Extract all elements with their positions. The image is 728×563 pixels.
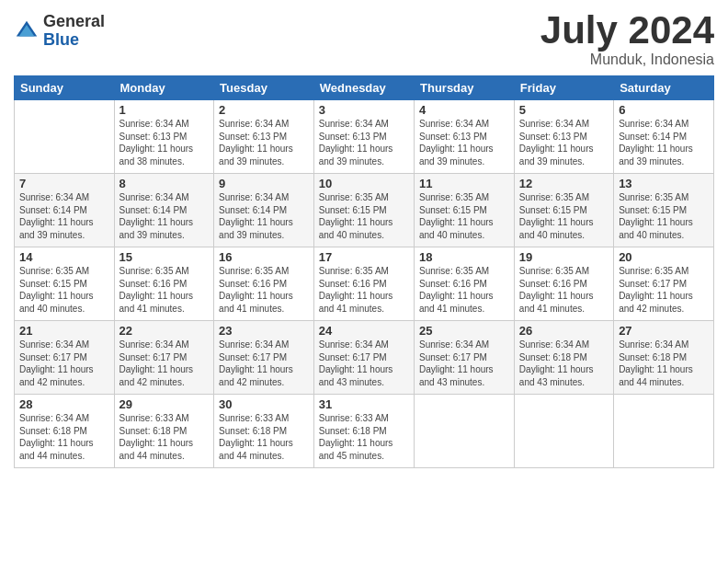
day-number: 28 <box>19 397 109 411</box>
calendar-week-4: 21Sunrise: 6:34 AM Sunset: 6:17 PM Dayli… <box>15 321 714 395</box>
logo-icon <box>14 18 40 44</box>
day-number: 8 <box>119 177 210 190</box>
calendar-cell: 21Sunrise: 6:34 AM Sunset: 6:17 PM Dayli… <box>15 321 115 395</box>
cell-info: Sunrise: 6:35 AM Sunset: 6:15 PM Dayligh… <box>519 191 609 241</box>
page: General Blue July 2024 Munduk, Indonesia… <box>0 0 728 563</box>
day-header-friday: Friday <box>514 76 613 100</box>
calendar-cell: 5Sunrise: 6:34 AM Sunset: 6:13 PM Daylig… <box>514 100 613 174</box>
cell-info: Sunrise: 6:34 AM Sunset: 6:17 PM Dayligh… <box>19 339 109 388</box>
cell-info: Sunrise: 6:35 AM Sunset: 6:16 PM Dayligh… <box>119 265 210 315</box>
day-number: 24 <box>319 324 409 338</box>
cell-info: Sunrise: 6:35 AM Sunset: 6:15 PM Dayligh… <box>419 191 509 241</box>
day-header-thursday: Thursday <box>415 76 515 100</box>
calendar-week-1: 1Sunrise: 6:34 AM Sunset: 6:13 PM Daylig… <box>15 100 714 174</box>
day-number: 25 <box>419 324 509 338</box>
calendar-cell <box>415 395 515 468</box>
cell-info: Sunrise: 6:34 AM Sunset: 6:17 PM Dayligh… <box>319 339 409 388</box>
day-number: 3 <box>319 103 409 117</box>
day-number: 27 <box>619 324 709 338</box>
calendar-cell: 14Sunrise: 6:35 AM Sunset: 6:15 PM Dayli… <box>15 247 115 321</box>
cell-info: Sunrise: 6:34 AM Sunset: 6:18 PM Dayligh… <box>519 339 609 388</box>
cell-info: Sunrise: 6:33 AM Sunset: 6:18 PM Dayligh… <box>319 412 409 462</box>
day-number: 22 <box>119 324 210 338</box>
cell-info: Sunrise: 6:34 AM Sunset: 6:13 PM Dayligh… <box>219 118 309 167</box>
cell-info: Sunrise: 6:35 AM Sunset: 6:16 PM Dayligh… <box>519 265 609 315</box>
calendar-cell: 17Sunrise: 6:35 AM Sunset: 6:16 PM Dayli… <box>313 247 414 321</box>
calendar-cell: 29Sunrise: 6:33 AM Sunset: 6:18 PM Dayli… <box>114 395 214 468</box>
day-number: 2 <box>219 103 309 117</box>
day-number: 11 <box>419 177 509 190</box>
cell-info: Sunrise: 6:34 AM Sunset: 6:14 PM Dayligh… <box>19 191 109 241</box>
calendar-cell: 30Sunrise: 6:33 AM Sunset: 6:18 PM Dayli… <box>214 395 314 468</box>
day-number: 23 <box>219 324 309 338</box>
day-number: 15 <box>119 250 210 264</box>
calendar-week-5: 28Sunrise: 6:34 AM Sunset: 6:18 PM Dayli… <box>15 395 714 468</box>
logo-general-text: General <box>43 13 105 31</box>
cell-info: Sunrise: 6:34 AM Sunset: 6:17 PM Dayligh… <box>119 339 210 388</box>
location: Munduk, Indonesia <box>540 52 714 68</box>
day-number: 13 <box>619 177 709 190</box>
calendar-table: SundayMondayTuesdayWednesdayThursdayFrid… <box>14 75 714 468</box>
calendar-cell: 16Sunrise: 6:35 AM Sunset: 6:16 PM Dayli… <box>214 247 314 321</box>
cell-info: Sunrise: 6:34 AM Sunset: 6:18 PM Dayligh… <box>619 339 709 388</box>
day-number: 30 <box>219 397 309 411</box>
cell-info: Sunrise: 6:34 AM Sunset: 6:17 PM Dayligh… <box>419 339 509 388</box>
calendar-cell: 4Sunrise: 6:34 AM Sunset: 6:13 PM Daylig… <box>415 100 515 174</box>
calendar-cell <box>514 395 613 468</box>
header: General Blue July 2024 Munduk, Indonesia <box>14 9 714 68</box>
calendar-cell: 3Sunrise: 6:34 AM Sunset: 6:13 PM Daylig… <box>313 100 414 174</box>
day-number: 17 <box>319 250 409 264</box>
day-header-wednesday: Wednesday <box>313 76 414 100</box>
day-number: 18 <box>419 250 509 264</box>
cell-info: Sunrise: 6:33 AM Sunset: 6:18 PM Dayligh… <box>219 412 309 462</box>
calendar-cell: 10Sunrise: 6:35 AM Sunset: 6:15 PM Dayli… <box>313 174 414 247</box>
calendar-cell <box>15 100 115 174</box>
calendar-cell: 23Sunrise: 6:34 AM Sunset: 6:17 PM Dayli… <box>214 321 314 395</box>
cell-info: Sunrise: 6:34 AM Sunset: 6:13 PM Dayligh… <box>519 118 609 167</box>
cell-info: Sunrise: 6:35 AM Sunset: 6:16 PM Dayligh… <box>219 265 309 315</box>
calendar-cell: 26Sunrise: 6:34 AM Sunset: 6:18 PM Dayli… <box>514 321 613 395</box>
calendar-cell: 9Sunrise: 6:34 AM Sunset: 6:14 PM Daylig… <box>214 174 314 247</box>
calendar-cell: 12Sunrise: 6:35 AM Sunset: 6:15 PM Dayli… <box>514 174 613 247</box>
calendar-cell: 18Sunrise: 6:35 AM Sunset: 6:16 PM Dayli… <box>415 247 515 321</box>
logo: General Blue <box>14 13 105 50</box>
day-number: 21 <box>19 324 109 338</box>
day-number: 31 <box>319 397 409 411</box>
day-header-tuesday: Tuesday <box>214 76 314 100</box>
day-number: 19 <box>519 250 609 264</box>
calendar-cell: 11Sunrise: 6:35 AM Sunset: 6:15 PM Dayli… <box>415 174 515 247</box>
day-header-monday: Monday <box>114 76 214 100</box>
calendar-cell: 2Sunrise: 6:34 AM Sunset: 6:13 PM Daylig… <box>214 100 314 174</box>
calendar-cell: 6Sunrise: 6:34 AM Sunset: 6:14 PM Daylig… <box>614 100 714 174</box>
cell-info: Sunrise: 6:35 AM Sunset: 6:17 PM Dayligh… <box>619 265 709 315</box>
cell-info: Sunrise: 6:34 AM Sunset: 6:13 PM Dayligh… <box>119 118 210 167</box>
calendar-cell: 19Sunrise: 6:35 AM Sunset: 6:16 PM Dayli… <box>514 247 613 321</box>
logo-blue-text: Blue <box>43 31 105 50</box>
calendar-cell: 24Sunrise: 6:34 AM Sunset: 6:17 PM Dayli… <box>313 321 414 395</box>
cell-info: Sunrise: 6:34 AM Sunset: 6:14 PM Dayligh… <box>119 191 210 241</box>
day-number: 9 <box>219 177 309 190</box>
calendar-cell: 22Sunrise: 6:34 AM Sunset: 6:17 PM Dayli… <box>114 321 214 395</box>
day-header-sunday: Sunday <box>15 76 115 100</box>
calendar-cell: 15Sunrise: 6:35 AM Sunset: 6:16 PM Dayli… <box>114 247 214 321</box>
cell-info: Sunrise: 6:35 AM Sunset: 6:15 PM Dayligh… <box>319 191 409 241</box>
calendar-week-3: 14Sunrise: 6:35 AM Sunset: 6:15 PM Dayli… <box>15 247 714 321</box>
day-number: 26 <box>519 324 609 338</box>
cell-info: Sunrise: 6:35 AM Sunset: 6:16 PM Dayligh… <box>319 265 409 315</box>
day-number: 4 <box>419 103 509 117</box>
day-number: 29 <box>119 397 210 411</box>
day-number: 5 <box>519 103 609 117</box>
day-number: 12 <box>519 177 609 190</box>
cell-info: Sunrise: 6:34 AM Sunset: 6:14 PM Dayligh… <box>219 191 309 241</box>
day-number: 7 <box>19 177 109 190</box>
calendar-cell <box>614 395 714 468</box>
cell-info: Sunrise: 6:34 AM Sunset: 6:14 PM Dayligh… <box>619 118 709 167</box>
cell-info: Sunrise: 6:35 AM Sunset: 6:16 PM Dayligh… <box>419 265 509 315</box>
calendar-header-row: SundayMondayTuesdayWednesdayThursdayFrid… <box>15 76 714 100</box>
day-number: 16 <box>219 250 309 264</box>
calendar-cell: 25Sunrise: 6:34 AM Sunset: 6:17 PM Dayli… <box>415 321 515 395</box>
calendar-cell: 13Sunrise: 6:35 AM Sunset: 6:15 PM Dayli… <box>614 174 714 247</box>
calendar-cell: 7Sunrise: 6:34 AM Sunset: 6:14 PM Daylig… <box>15 174 115 247</box>
cell-info: Sunrise: 6:33 AM Sunset: 6:18 PM Dayligh… <box>119 412 210 462</box>
cell-info: Sunrise: 6:35 AM Sunset: 6:15 PM Dayligh… <box>619 191 709 241</box>
